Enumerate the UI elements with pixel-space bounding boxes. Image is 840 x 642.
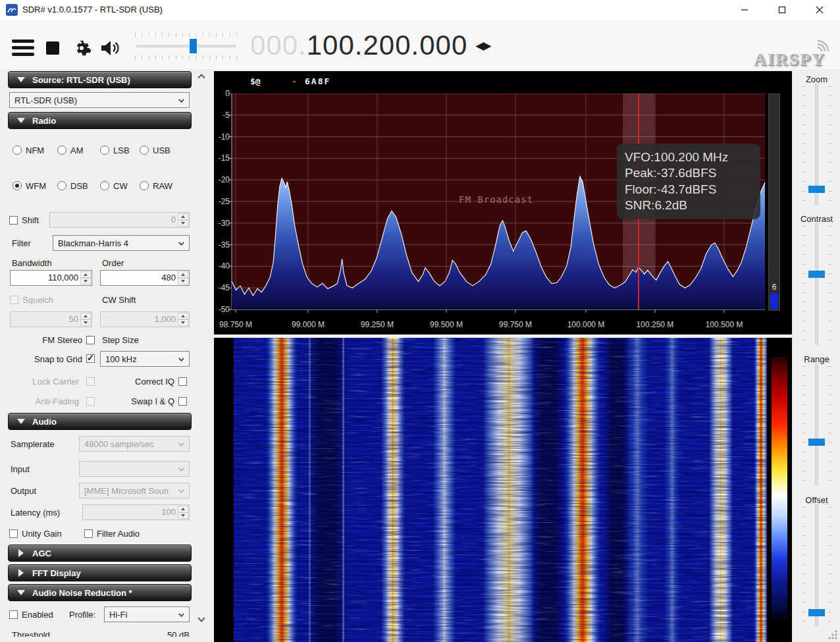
fft-display-panel-header[interactable]: FFT Display xyxy=(8,564,192,581)
volume-slider[interactable] xyxy=(135,28,237,65)
slider-tick xyxy=(828,200,831,201)
toolbar: 000.100.200.000 ◀▶ AIRSPY xyxy=(0,20,840,69)
filter-audio-checkbox[interactable] xyxy=(84,529,93,538)
radio-panel-header[interactable]: Radio xyxy=(8,112,192,129)
slider-tick xyxy=(802,602,805,602)
slider-tick xyxy=(828,442,831,442)
frequency-tick-label: 98.750 M xyxy=(206,320,265,329)
volume-thumb[interactable] xyxy=(190,39,197,53)
slider-tick xyxy=(802,471,805,471)
latency-spinner[interactable]: 100 xyxy=(82,504,190,520)
menu-button[interactable] xyxy=(12,40,34,56)
mode-raw[interactable]: RAW xyxy=(140,181,172,191)
order-spinner[interactable]: 480 xyxy=(100,270,190,286)
speaker-icon[interactable] xyxy=(100,40,120,59)
anr-profile-dropdown[interactable]: Hi-Fi xyxy=(104,606,190,622)
range-slider[interactable] xyxy=(802,363,831,485)
slider-tick xyxy=(802,554,805,555)
squelch-checkbox[interactable] xyxy=(10,296,18,304)
frequency-step-arrows[interactable]: ◀▶ xyxy=(475,39,490,53)
audio-noise-reduction-panel-header[interactable]: Audio Noise Reduction * xyxy=(8,584,192,601)
shift-spinner[interactable]: 0 xyxy=(49,212,190,228)
slider-tick xyxy=(828,461,831,462)
source-panel-header[interactable]: Source: RTL-SDR (USB) xyxy=(8,71,192,88)
unity-gain-checkbox[interactable] xyxy=(9,529,18,538)
slider-tick xyxy=(828,105,831,106)
close-button[interactable] xyxy=(804,0,834,20)
airspy-logo: AIRSPY xyxy=(754,50,826,70)
slider-tick xyxy=(802,507,805,508)
mode-usb[interactable]: USB xyxy=(140,146,171,155)
swap-iq-checkbox[interactable] xyxy=(178,397,187,406)
agc-panel-header[interactable]: AGC xyxy=(8,545,192,562)
slider-thumb[interactable] xyxy=(808,186,825,193)
filter-label: Filter xyxy=(12,238,31,248)
waterfall-left-margin xyxy=(214,338,234,642)
audio-panel-header[interactable]: Audio xyxy=(8,413,192,430)
slider-tick xyxy=(828,535,831,536)
slider-tick xyxy=(828,602,831,602)
mode-dsb[interactable]: DSB xyxy=(57,181,88,191)
frequency-tick-label: 99.000 M xyxy=(278,320,338,329)
spectrum-display[interactable]: $@ - 6A8F 0-5-10-15-20-25-30-35-40-45-50… xyxy=(214,71,792,334)
settings-gear-icon[interactable] xyxy=(72,38,92,61)
squelch-spinner[interactable]: 50 xyxy=(10,311,92,327)
input-dropdown[interactable] xyxy=(79,461,190,477)
frequency-digits[interactable]: 100.200.000 xyxy=(307,30,468,61)
cw-shift-spinner[interactable]: 1,000 xyxy=(100,311,190,327)
frequency-tick-label: 100.250 M xyxy=(625,320,685,329)
slider-tick xyxy=(828,302,831,302)
sidebar-scrollbar[interactable] xyxy=(197,69,208,637)
shift-checkbox[interactable] xyxy=(9,216,18,225)
offset-slider-label: Offset xyxy=(793,495,840,505)
output-dropdown[interactable]: [MME] Microsoft Soun xyxy=(79,483,190,498)
waterfall-display[interactable] xyxy=(214,338,792,642)
anti-fading-checkbox[interactable] xyxy=(86,397,95,406)
mode-nfm[interactable]: NFM xyxy=(13,146,44,155)
slider-tick xyxy=(828,404,831,405)
frequency-tick-label: 99.750 M xyxy=(486,320,545,329)
slider-tick xyxy=(828,235,831,236)
zoom-slider[interactable] xyxy=(802,84,831,205)
bandwidth-spinner[interactable]: 110,000 xyxy=(10,270,92,286)
slider-tick xyxy=(828,394,831,395)
slider-thumb[interactable] xyxy=(808,271,825,278)
frequency-dim-digits[interactable]: 000. xyxy=(250,30,307,61)
offset-slider[interactable] xyxy=(802,504,831,626)
rds-readout: $@ - 6A8F xyxy=(214,76,792,88)
stop-button[interactable] xyxy=(46,41,59,55)
source-device-dropdown[interactable]: RTL-SDR (USB) xyxy=(9,92,190,108)
volume-track[interactable] xyxy=(136,45,236,47)
frequency-display[interactable]: 000.100.200.000 ◀▶ xyxy=(250,28,490,63)
input-label: Input xyxy=(11,464,30,474)
slider-tick xyxy=(828,340,831,340)
snap-to-grid-checkbox[interactable] xyxy=(86,354,95,363)
step-size-dropdown[interactable]: 100 kHz xyxy=(100,351,190,367)
contrast-slider[interactable] xyxy=(802,223,831,345)
mode-am[interactable]: AM xyxy=(57,146,84,155)
window-resize-grip[interactable] xyxy=(827,629,838,640)
slider-tick xyxy=(802,414,805,414)
scroll-down-arrow-icon[interactable] xyxy=(199,616,205,622)
slider-tick xyxy=(828,414,831,414)
mode-cw[interactable]: CW xyxy=(100,181,128,191)
lock-carrier-checkbox[interactable] xyxy=(86,377,95,386)
slider-tick xyxy=(828,526,831,527)
db-tick-label: -20 xyxy=(214,175,230,184)
slider-thumb[interactable] xyxy=(808,609,825,616)
slider-thumb[interactable] xyxy=(808,439,825,446)
samplerate-dropdown[interactable]: 48000 sample/sec xyxy=(79,436,190,452)
scroll-up-arrow-icon[interactable] xyxy=(199,73,205,80)
mode-wfm[interactable]: WFM xyxy=(13,181,46,191)
order-label: Order xyxy=(102,258,124,268)
mode-lsb[interactable]: LSB xyxy=(100,146,130,155)
maximize-button[interactable] xyxy=(767,0,797,20)
anr-enabled-checkbox[interactable] xyxy=(9,610,18,619)
correct-iq-label: Correct IQ xyxy=(95,377,174,387)
fm-stereo-checkbox[interactable] xyxy=(86,336,95,344)
slider-tick xyxy=(802,254,805,255)
correct-iq-checkbox[interactable] xyxy=(178,377,187,386)
slider-tick xyxy=(802,526,805,527)
filter-dropdown[interactable]: Blackman-Harris 4 xyxy=(53,235,190,251)
minimize-button[interactable] xyxy=(729,0,759,20)
